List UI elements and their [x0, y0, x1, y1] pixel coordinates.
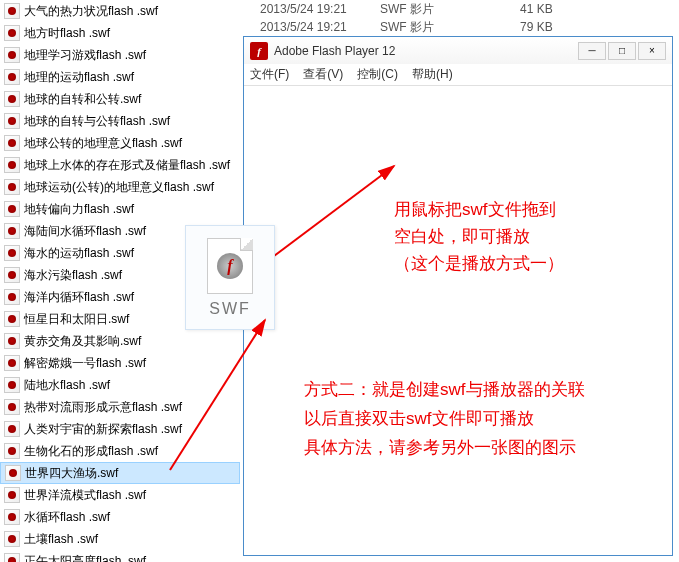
- file-item[interactable]: 解密嫦娥一号flash .swf: [0, 352, 240, 374]
- file-name-label: 解密嫦娥一号flash .swf: [24, 355, 146, 372]
- dragged-swf-icon[interactable]: f SWF: [185, 225, 275, 330]
- file-name-label: 地理学习游戏flash .swf: [24, 47, 146, 64]
- file-name-label: 世界洋流模式flash .swf: [24, 487, 146, 504]
- swf-file-icon: [4, 91, 20, 107]
- file-name-label: 地球的自转与公转flash .swf: [24, 113, 170, 130]
- annotation-line: 空白处，即可播放: [394, 223, 564, 250]
- annotation-line: 具体方法，请参考另外一张图的图示: [304, 434, 585, 463]
- file-details-row: 2013/5/24 19:21 SWF 影片 41 KB: [240, 0, 679, 18]
- swf-file-icon: [4, 3, 20, 19]
- arrow-icon: [264, 156, 404, 266]
- file-item[interactable]: 世界洋流模式flash .swf: [0, 484, 240, 506]
- annotation-line: 用鼠标把swf文件拖到: [394, 196, 564, 223]
- file-name-label: 海陆间水循环flash .swf: [24, 223, 146, 240]
- swf-file-shape-icon: f: [207, 238, 253, 294]
- file-name-label: 世界四大渔场.swf: [25, 465, 118, 482]
- maximize-button[interactable]: □: [608, 42, 636, 60]
- swf-file-icon: [4, 487, 20, 503]
- file-item[interactable]: 地球运动(公转)的地理意义flash .swf: [0, 176, 240, 198]
- swf-file-icon: [4, 333, 20, 349]
- file-item[interactable]: 正午太阳高度flash .swf: [0, 550, 240, 562]
- file-item[interactable]: 地球的自转和公转.swf: [0, 88, 240, 110]
- file-item[interactable]: 热带对流雨形成示意flash .swf: [0, 396, 240, 418]
- swf-file-icon: [4, 399, 20, 415]
- file-name-label: 大气的热力状况flash .swf: [24, 3, 158, 20]
- file-name-label: 海洋内循环flash .swf: [24, 289, 134, 306]
- annotation-line: 方式二：就是创建swf与播放器的关联: [304, 376, 585, 405]
- swf-file-icon: [4, 355, 20, 371]
- swf-file-icon: [4, 179, 20, 195]
- file-item[interactable]: 陆地水flash .swf: [0, 374, 240, 396]
- file-item[interactable]: 人类对宇宙的新探索flash .swf: [0, 418, 240, 440]
- file-type: SWF 影片: [380, 1, 520, 18]
- file-item[interactable]: 地方时flash .swf: [0, 22, 240, 44]
- swf-file-icon: [4, 553, 20, 562]
- file-item[interactable]: 地转偏向力flash .swf: [0, 198, 240, 220]
- flash-player-window: f Adobe Flash Player 12 ─ □ × 文件(F) 查看(V…: [243, 36, 673, 556]
- file-item[interactable]: 地球公转的地理意义flash .swf: [0, 132, 240, 154]
- file-name-label: 水循环flash .swf: [24, 509, 110, 526]
- file-type: SWF 影片: [380, 19, 520, 36]
- file-date: 2013/5/24 19:21: [240, 20, 380, 34]
- file-name-label: 地转偏向力flash .swf: [24, 201, 134, 218]
- swf-file-icon: [5, 465, 21, 481]
- swf-file-icon: [4, 201, 20, 217]
- swf-file-icon: [4, 289, 20, 305]
- file-name-label: 人类对宇宙的新探索flash .swf: [24, 421, 182, 438]
- menu-control[interactable]: 控制(C): [357, 66, 398, 83]
- swf-file-icon: [4, 421, 20, 437]
- file-item[interactable]: 地理学习游戏flash .swf: [0, 44, 240, 66]
- file-item[interactable]: 水循环flash .swf: [0, 506, 240, 528]
- menu-help[interactable]: 帮助(H): [412, 66, 453, 83]
- file-size: 79 KB: [520, 20, 600, 34]
- file-name-label: 海水的运动flash .swf: [24, 245, 134, 262]
- file-item[interactable]: 土壤flash .swf: [0, 528, 240, 550]
- file-name-label: 海水污染flash .swf: [24, 267, 122, 284]
- close-button[interactable]: ×: [638, 42, 666, 60]
- file-item[interactable]: 大气的热力状况flash .swf: [0, 0, 240, 22]
- file-item[interactable]: 黄赤交角及其影响.swf: [0, 330, 240, 352]
- player-body[interactable]: 用鼠标把swf文件拖到 空白处，即可播放 （这个是播放方式一） 方式二：就是创建…: [244, 86, 672, 555]
- file-name-label: 恒星日和太阳日.swf: [24, 311, 129, 328]
- file-name-label: 正午太阳高度flash .swf: [24, 553, 146, 563]
- menubar: 文件(F) 查看(V) 控制(C) 帮助(H): [244, 64, 672, 86]
- swf-file-icon: [4, 157, 20, 173]
- file-date: 2013/5/24 19:21: [240, 2, 380, 16]
- window-controls: ─ □ ×: [578, 42, 666, 60]
- menu-view[interactable]: 查看(V): [303, 66, 343, 83]
- file-name-label: 热带对流雨形成示意flash .swf: [24, 399, 182, 416]
- file-item[interactable]: 地球上水体的存在形式及储量flash .swf: [0, 154, 240, 176]
- swf-file-icon: [4, 69, 20, 85]
- file-name-label: 黄赤交角及其影响.swf: [24, 333, 141, 350]
- file-size: 41 KB: [520, 2, 600, 16]
- svg-line-0: [274, 166, 394, 256]
- swf-file-icon: [4, 47, 20, 63]
- titlebar[interactable]: f Adobe Flash Player 12 ─ □ ×: [244, 36, 672, 64]
- file-details-panel: 2013/5/24 19:21 SWF 影片 41 KB 2013/5/24 1…: [240, 0, 679, 36]
- annotation-line: （这个是播放方式一）: [394, 250, 564, 277]
- swf-file-icon: [4, 135, 20, 151]
- file-name-label: 生物化石的形成flash .swf: [24, 443, 158, 460]
- flash-logo-icon: f: [250, 42, 268, 60]
- file-item[interactable]: 地球的自转与公转flash .swf: [0, 110, 240, 132]
- file-name-label: 地球上水体的存在形式及储量flash .swf: [24, 157, 230, 174]
- file-item[interactable]: 世界四大渔场.swf: [0, 462, 240, 484]
- swf-file-icon: [4, 223, 20, 239]
- swf-file-icon: [4, 509, 20, 525]
- annotation-method1: 用鼠标把swf文件拖到 空白处，即可播放 （这个是播放方式一）: [394, 196, 564, 278]
- swf-file-icon: [4, 245, 20, 261]
- swf-file-icon: [4, 377, 20, 393]
- swf-file-icon: [4, 113, 20, 129]
- file-name-label: 地球运动(公转)的地理意义flash .swf: [24, 179, 214, 196]
- file-name-label: 土壤flash .swf: [24, 531, 98, 548]
- swf-file-icon: [4, 531, 20, 547]
- file-details-row: 2013/5/24 19:21 SWF 影片 79 KB: [240, 18, 679, 36]
- swf-extension-label: SWF: [209, 300, 251, 318]
- file-name-label: 地理的运动flash .swf: [24, 69, 134, 86]
- swf-file-icon: [4, 311, 20, 327]
- minimize-button[interactable]: ─: [578, 42, 606, 60]
- swf-file-icon: [4, 25, 20, 41]
- file-item[interactable]: 生物化石的形成flash .swf: [0, 440, 240, 462]
- file-item[interactable]: 地理的运动flash .swf: [0, 66, 240, 88]
- menu-file[interactable]: 文件(F): [250, 66, 289, 83]
